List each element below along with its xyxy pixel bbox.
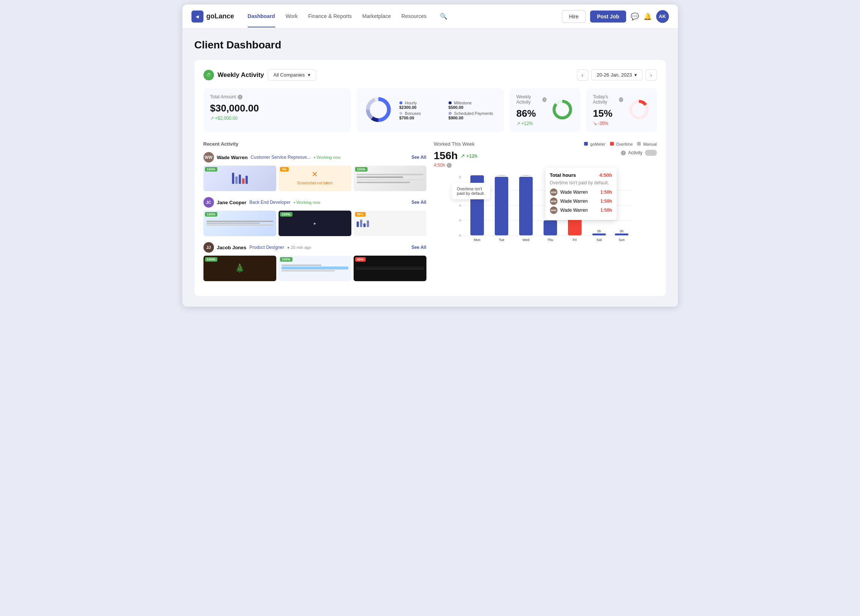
screenshot-1-jane[interactable]: 100% xyxy=(204,211,276,236)
search-icon[interactable]: 🔍 xyxy=(440,13,447,20)
tooltip-row-3: WW Wade Warren 1:50h xyxy=(550,207,612,214)
screenshot-1-jacob[interactable]: 100% 🎄 xyxy=(204,255,276,281)
scheduled-dot xyxy=(449,112,452,115)
next-date-button[interactable]: › xyxy=(646,69,657,81)
status-wade: Working now xyxy=(314,155,341,160)
nav-right: Hire Post Job 💬 🔔 AK xyxy=(562,10,669,23)
role-wade: Customer Service Represve... xyxy=(251,155,311,160)
status-jane: Working now xyxy=(293,200,320,205)
activity-toggle-switch[interactable] xyxy=(645,150,657,156)
nav-dashboard[interactable]: Dashboard xyxy=(248,6,275,27)
weekly-donut-chart xyxy=(551,98,574,122)
total-amount-info-icon[interactable]: i xyxy=(238,95,243,99)
see-all-jacob[interactable]: See All xyxy=(411,245,427,250)
activity-person-jacob: JJ Jacob Jones Product Designer ● 20 min… xyxy=(204,242,427,281)
svg-text:8: 8 xyxy=(459,175,461,179)
svg-text:0: 0 xyxy=(459,234,461,237)
tooltip-title: Total hours 4:50h xyxy=(550,172,612,178)
svg-text:Thu: Thu xyxy=(547,238,553,242)
today-pct-change: ↘ -35% xyxy=(593,121,623,126)
total-amount-value: $30,000.00 xyxy=(210,102,344,114)
recent-activity-panel: Recent Activity WW Wade Warren Customer … xyxy=(204,141,427,287)
logo[interactable]: ◄ goLance xyxy=(191,11,234,22)
svg-text:2: 2 xyxy=(459,218,461,222)
legend-hourly: Hourly $2300.00 xyxy=(399,100,444,110)
main-content: Client Dashboard ⏱ Weekly Activity All C… xyxy=(182,28,678,307)
total-amount-card: Total Amount i $30,000.00 ↗ +$2,000.00 xyxy=(204,88,351,132)
see-all-jane[interactable]: See All xyxy=(411,200,427,205)
bonuses-dot xyxy=(399,112,402,115)
screenshot-3-jane[interactable]: 80% xyxy=(354,211,427,236)
tooltip-time-3: 1:50h xyxy=(600,208,612,213)
screenshot-1-wade[interactable]: 100% xyxy=(204,166,276,191)
hours-change: ↗ +12h xyxy=(461,153,477,159)
bell-icon[interactable]: 🔔 xyxy=(643,13,652,20)
svg-rect-24 xyxy=(519,177,533,235)
arrow-up-icon: ↗ xyxy=(210,116,214,121)
nav-work[interactable]: Work xyxy=(286,6,298,27)
person-header-jane: JC Jane Cooper Back End Developer Workin… xyxy=(204,197,427,208)
hours-detail-tooltip: Total hours 4:50h Overtime isn't paid by… xyxy=(545,168,617,220)
weekly-activity-card: Weekly Activity i 86% ↗ +12% xyxy=(510,88,580,132)
sub-hours-info-icon[interactable]: i xyxy=(447,163,452,168)
sub-hours-display: 4:50h i xyxy=(434,163,477,168)
activity-stats-group: Weekly Activity i 86% ↗ +12% xyxy=(510,88,657,132)
nav-marketplace[interactable]: Marketplace xyxy=(362,6,391,27)
weekly-info-icon[interactable]: i xyxy=(542,97,546,102)
prev-date-button[interactable]: ‹ xyxy=(577,69,588,81)
company-filter-select[interactable]: All Companies ▾ xyxy=(268,69,316,81)
hire-button[interactable]: Hire xyxy=(562,10,586,23)
nav-resources[interactable]: Resources xyxy=(401,6,427,27)
weekly-title-group: ⏱ Weekly Activity All Companies ▾ xyxy=(204,69,317,81)
nav-finance[interactable]: Finance & Reports xyxy=(308,6,352,27)
badge-3-jacob: 43% xyxy=(355,257,366,262)
screenshot-2-jacob[interactable]: 100% xyxy=(279,255,352,281)
recent-activity-label: Recent Activity xyxy=(204,141,427,147)
chat-icon[interactable]: 💬 xyxy=(631,13,639,20)
post-job-button[interactable]: Post Job xyxy=(590,11,626,22)
legend-overtime: Overtime xyxy=(610,142,633,146)
overtime-legend-box xyxy=(610,142,614,146)
company-filter-label: All Companies xyxy=(273,72,305,78)
svg-text:Fri: Fri xyxy=(573,238,577,242)
user-avatar[interactable]: AK xyxy=(656,10,669,23)
tooltip-name-3: Wade Warren xyxy=(560,208,598,213)
tooltip-row-2: WW Wade Warren 1:50h xyxy=(550,197,612,205)
see-all-wade[interactable]: See All xyxy=(411,155,427,160)
tooltip-avatar-3: WW xyxy=(550,207,557,214)
chart-legend: goMeter Overtime Manual xyxy=(584,142,656,146)
screenshot-3-wade[interactable]: 100% xyxy=(354,166,427,191)
avatar-jacob: JJ xyxy=(204,242,214,252)
total-amount-label: Total Amount i xyxy=(210,94,344,99)
avatar-wade: WW xyxy=(204,152,214,163)
date-navigation: ‹ 20-26 Jan, 2023 ▾ › xyxy=(577,69,657,81)
name-jane: Jane Cooper xyxy=(217,200,246,205)
today-pct-value: 15% xyxy=(593,108,623,119)
date-range-display[interactable]: 20-26 Jan, 2023 ▾ xyxy=(591,69,643,80)
legend-milestone: Milestone $500.00 xyxy=(449,100,493,110)
role-jacob: Product Designer xyxy=(249,245,284,250)
activity-toggle: i Activity xyxy=(621,150,656,156)
screenshot-2-jane[interactable]: 100% ▶ xyxy=(279,211,352,236)
activity-info-icon[interactable]: i xyxy=(621,150,626,155)
navbar: ◄ goLance Dashboard Work Finance & Repor… xyxy=(182,5,678,28)
tooltip-name-2: Wade Warren xyxy=(560,199,598,204)
screenshot-3-jacob[interactable]: 43% xyxy=(354,255,427,281)
app-wrapper: ◄ goLance Dashboard Work Finance & Repor… xyxy=(182,5,678,307)
screenshot-2-wade[interactable]: 3% ✕ Screenshot not taken xyxy=(279,166,352,191)
weekly-pct-change: ↗ +12% xyxy=(516,121,546,126)
name-jacob: Jacob Jones xyxy=(217,245,246,250)
badge-1-jane: 100% xyxy=(205,212,217,216)
tooltip-avatar-2: WW xyxy=(550,197,557,205)
person-header-jacob: JJ Jacob Jones Product Designer ● 20 min… xyxy=(204,242,427,252)
svg-text:Mon: Mon xyxy=(474,238,480,242)
chevron-down-icon: ▾ xyxy=(634,72,637,78)
activity-indicator-icon: ⏱ xyxy=(204,70,214,80)
nav-links: Dashboard Work Finance & Reports Marketp… xyxy=(248,6,553,27)
tooltip-avatar-1: WW xyxy=(550,188,557,196)
svg-text:Sun: Sun xyxy=(618,238,624,242)
today-info-icon[interactable]: i xyxy=(619,97,623,102)
time-jacob: ● 20 min ago xyxy=(287,245,311,250)
legend-gomenter: goMeter xyxy=(584,142,605,146)
screenshots-jane: 100% 100% ▶ xyxy=(204,211,427,236)
